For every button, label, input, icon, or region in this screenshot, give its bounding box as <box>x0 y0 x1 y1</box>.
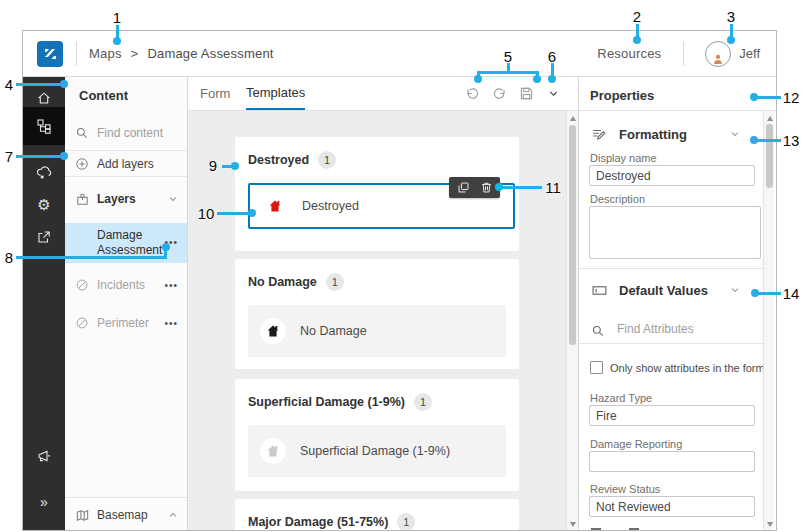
properties-title: Properties <box>590 88 654 103</box>
callout-8: 8 <box>5 249 13 266</box>
basemap-section-header[interactable]: Basemap <box>65 497 187 531</box>
scroll-up-arrow[interactable] <box>767 116 773 121</box>
chevron-down-icon[interactable] <box>729 284 741 296</box>
templates-scrollbar[interactable] <box>566 111 578 531</box>
app-window: Maps > Damage Assessment Resources Jeff <box>22 30 777 531</box>
template-symbol-chip <box>260 438 286 464</box>
layer-overflow-menu[interactable]: ••• <box>164 318 178 329</box>
damage-reporting-input[interactable] <box>589 451 755 472</box>
basemap-label: Basemap <box>97 508 148 522</box>
display-name-label: Display name <box>590 152 657 164</box>
checkbox-label: Only show attributes in the form <box>610 362 765 374</box>
scroll-down-arrow[interactable] <box>570 522 576 527</box>
settings-gear-icon[interactable]: ⚙ <box>23 187 65 221</box>
app-header: Maps > Damage Assessment Resources Jeff <box>23 31 776 77</box>
share-icon[interactable] <box>23 220 65 254</box>
red-house-icon <box>267 198 283 214</box>
hazard-type-label: Hazard Type <box>590 392 652 404</box>
find-content-input[interactable] <box>97 126 177 140</box>
review-status-input[interactable] <box>589 496 755 517</box>
callout-13: 13 <box>783 132 800 149</box>
properties-scrollbar[interactable] <box>763 111 774 531</box>
breadcrumb-maps-link[interactable]: Maps <box>89 46 122 61</box>
black-house-icon <box>265 323 281 339</box>
expand-rail-icon[interactable]: » <box>23 485 65 519</box>
breadcrumb: Maps > Damage Assessment <box>89 46 274 61</box>
screenshot-page: Maps > Damage Assessment Resources Jeff <box>0 0 807 532</box>
formatting-icon <box>591 126 608 143</box>
field-maps-logo-icon[interactable] <box>37 41 63 67</box>
layer-item-incidents[interactable]: Incidents ••• <box>65 271 187 299</box>
offline-cloud-icon[interactable] <box>23 154 65 188</box>
layer-item-perimeter[interactable]: Perimeter ••• <box>65 309 187 337</box>
user-avatar[interactable] <box>705 41 731 67</box>
callout-9: 9 <box>209 157 217 174</box>
save-icon[interactable] <box>518 85 535 102</box>
callout-11: 11 <box>545 179 561 196</box>
description-textarea[interactable] <box>589 206 761 259</box>
layers-section-header[interactable]: Layers <box>65 183 187 215</box>
undo-icon[interactable] <box>464 85 481 102</box>
content-panel-title: Content <box>79 88 128 103</box>
forms-sitemap-icon[interactable] <box>23 109 65 143</box>
chevron-up-icon[interactable] <box>167 509 179 521</box>
layer-name: Perimeter <box>97 316 149 330</box>
templates-scroll-area[interactable]: Destroyed 1 Destroyed <box>188 111 566 531</box>
group-count-badge: 1 <box>326 273 344 291</box>
scrollbar-thumb[interactable] <box>766 124 773 188</box>
template-action-toolbar <box>449 177 500 198</box>
header-divider-2 <box>683 42 684 66</box>
delete-trash-icon[interactable] <box>479 181 493 195</box>
find-content-search[interactable] <box>65 116 187 151</box>
breadcrumb-separator: > <box>131 46 139 61</box>
tab-bar: Form Templates <box>188 77 578 111</box>
chevron-down-icon[interactable] <box>545 85 562 102</box>
callout-6: 6 <box>548 48 556 65</box>
duplicate-icon[interactable] <box>456 181 470 195</box>
template-card-no-damage[interactable]: No Damage <box>248 305 506 357</box>
scrollbar-thumb[interactable] <box>569 125 576 345</box>
template-label: Destroyed <box>302 199 359 213</box>
user-name[interactable]: Jeff <box>739 46 760 61</box>
layer-name: Incidents <box>97 278 145 292</box>
group-count-badge: 1 <box>397 513 415 531</box>
add-layers-label: Add layers <box>97 157 154 171</box>
display-name-input[interactable] <box>589 165 755 186</box>
review-status-label: Review Status <box>590 483 660 495</box>
template-card-superficial[interactable]: Superficial Damage (1-9%) <box>248 425 506 477</box>
checkbox-unchecked[interactable] <box>590 361 603 374</box>
callout-12: 12 <box>783 89 800 106</box>
scroll-down-arrow[interactable] <box>767 522 773 527</box>
callout-2: 2 <box>633 8 641 25</box>
resources-link[interactable]: Resources <box>597 46 661 61</box>
group-title: Major Damage (51-75%) <box>248 515 388 529</box>
scroll-up-arrow[interactable] <box>570 116 576 121</box>
hidden-layer-icon <box>74 278 90 292</box>
callout-3: 3 <box>727 8 735 25</box>
hazard-type-input[interactable] <box>589 405 755 426</box>
layers-section-label: Layers <box>97 192 136 206</box>
left-nav-rail: ⚙ » <box>23 77 65 531</box>
description-label: Description <box>590 193 645 205</box>
template-label: Superficial Damage (1-9%) <box>300 444 450 458</box>
callout-1: 1 <box>113 9 121 26</box>
default-values-section-header[interactable]: Default Values <box>579 279 767 301</box>
chevron-down-icon[interactable] <box>729 128 741 140</box>
templates-workspace: Form Templates <box>188 77 578 531</box>
template-symbol-chip <box>262 193 288 219</box>
chevron-down-icon[interactable] <box>167 193 179 205</box>
tab-form[interactable]: Form <box>200 77 230 110</box>
find-attributes-input[interactable] <box>615 321 759 337</box>
callout-4: 4 <box>5 76 13 93</box>
formatting-section-header[interactable]: Formatting <box>579 123 767 145</box>
feedback-megaphone-icon[interactable] <box>23 439 65 473</box>
group-title: Superficial Damage (1-9%) <box>248 395 405 409</box>
redo-icon[interactable] <box>491 85 508 102</box>
header-divider <box>76 42 77 66</box>
callout-5: 5 <box>504 48 512 65</box>
layer-overflow-menu[interactable]: ••• <box>164 280 178 291</box>
basemap-icon <box>74 508 90 523</box>
only-show-attributes-row: Only show attributes in the form <box>590 361 765 374</box>
add-layers-button[interactable]: Add layers <box>65 151 187 177</box>
tab-templates[interactable]: Templates <box>246 77 305 110</box>
